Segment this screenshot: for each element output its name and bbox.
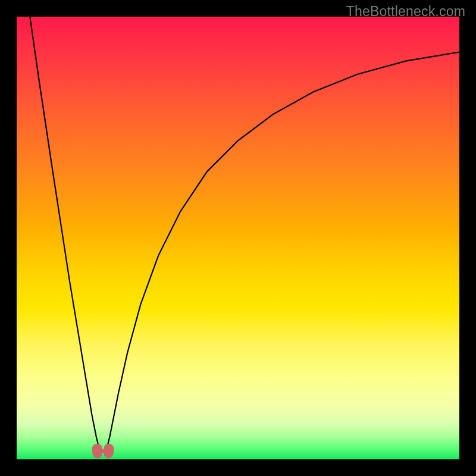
bottleneck-gradient-background bbox=[17, 17, 459, 459]
chart-canvas bbox=[17, 17, 459, 459]
